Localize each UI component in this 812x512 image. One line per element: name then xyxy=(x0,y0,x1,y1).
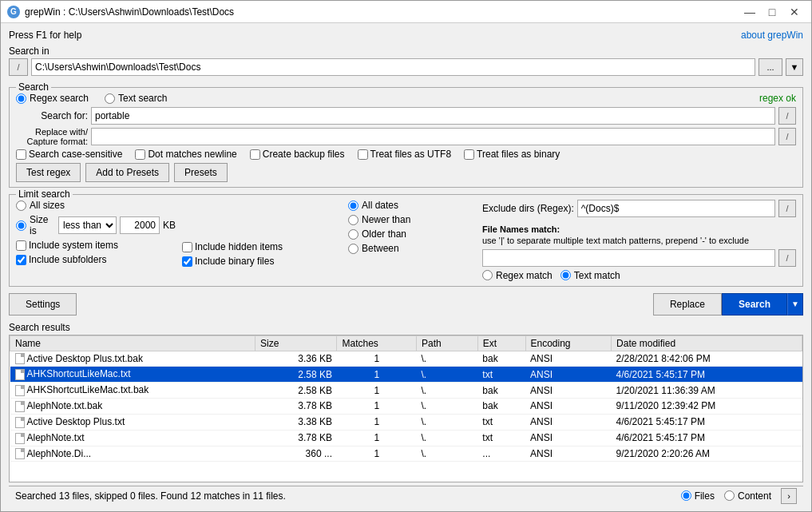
regex-radio-text: Regex search xyxy=(30,93,89,104)
settings-action-row: Settings Replace Search ▼ xyxy=(9,293,803,316)
file-names-slash-btn[interactable]: / xyxy=(778,249,796,267)
content-radio-label[interactable]: Content xyxy=(724,490,771,502)
regex-match-radio[interactable] xyxy=(482,270,493,280)
table-row[interactable]: AHKShortcutLikeMac.txt2.58 KB1\.txtANSI4… xyxy=(10,367,802,383)
col-header-size: Size xyxy=(255,335,337,351)
regex-radio[interactable] xyxy=(16,93,26,104)
settings-button[interactable]: Settings xyxy=(9,293,77,316)
backup-files-label[interactable]: Create backup files xyxy=(250,149,345,160)
regex-radio-label[interactable]: Regex search xyxy=(16,93,89,104)
size-is-row: Size is less than KB xyxy=(16,214,176,236)
file-names-input[interactable] xyxy=(482,249,775,267)
utf8-text: Treat files as UTF8 xyxy=(370,149,452,160)
binary-label[interactable]: Treat files as binary xyxy=(464,149,560,160)
backup-files-checkbox[interactable] xyxy=(250,149,260,160)
next-button[interactable]: › xyxy=(781,488,797,504)
case-sensitive-label[interactable]: Search case-sensitive xyxy=(16,149,122,160)
search-for-input[interactable] xyxy=(91,107,775,125)
main-content: Press F1 for help about grepWin Search i… xyxy=(1,23,811,511)
older-than-label[interactable]: Older than xyxy=(348,228,476,240)
table-row[interactable]: AlephNote.txt3.78 KB1\.txtANSI4/6/2021 5… xyxy=(10,430,802,446)
col-header-encoding: Encoding xyxy=(525,335,612,351)
utf8-checkbox[interactable] xyxy=(358,149,368,160)
cell-date: 1/20/2021 11:36:39 AM xyxy=(612,383,802,399)
cell-matches: 1 xyxy=(337,414,417,430)
table-scroll[interactable]: Name Size Matches Path Ext Encoding Date… xyxy=(10,335,802,482)
include-system-label[interactable]: Include system items xyxy=(16,240,176,251)
cell-size: 3.38 KB xyxy=(255,414,337,430)
text-match-label[interactable]: Text match xyxy=(560,270,620,281)
presets-button[interactable]: Presets xyxy=(174,163,228,182)
include-subfolders-text: Include subfolders xyxy=(29,254,106,265)
table-row[interactable]: AHKShortcutLikeMac.txt.bak2.58 KB1\.bakA… xyxy=(10,383,802,399)
limit-content: All sizes Size is less than KB xyxy=(16,200,796,281)
status-radio-group: Files Content › xyxy=(681,488,797,504)
binary-checkbox[interactable] xyxy=(464,149,474,160)
newer-than-label[interactable]: Newer than xyxy=(348,214,476,225)
search-button[interactable]: Search xyxy=(722,293,787,316)
cell-size: 3.78 KB xyxy=(255,430,337,446)
regex-match-label[interactable]: Regex match xyxy=(482,270,553,281)
text-match-radio[interactable] xyxy=(560,270,571,280)
close-button[interactable]: ✕ xyxy=(784,4,805,20)
replace-button[interactable]: Replace xyxy=(653,293,722,316)
maximize-button[interactable]: □ xyxy=(762,4,782,20)
case-sensitive-checkbox[interactable] xyxy=(16,149,26,160)
include-subfolders-label[interactable]: Include subfolders xyxy=(16,254,176,265)
all-sizes-radio[interactable] xyxy=(16,200,26,211)
size-value-input[interactable] xyxy=(120,216,160,234)
include-system-checkbox[interactable] xyxy=(16,240,26,251)
table-header: Name Size Matches Path Ext Encoding Date… xyxy=(10,335,802,351)
files-radio-label[interactable]: Files xyxy=(681,490,715,502)
size-is-radio[interactable] xyxy=(16,220,26,231)
include-hidden-checkbox[interactable] xyxy=(182,242,192,252)
regex-match-text: Regex match xyxy=(496,270,553,281)
all-dates-label[interactable]: All dates xyxy=(348,200,476,211)
text-radio[interactable] xyxy=(105,93,115,104)
add-presets-button[interactable]: Add to Presets xyxy=(85,163,169,182)
cell-path: \. xyxy=(417,367,478,383)
include-system-text: Include system items xyxy=(29,240,118,251)
text-radio-text: Text search xyxy=(118,93,167,104)
files-radio[interactable] xyxy=(681,490,691,501)
table-row[interactable]: AlephNote.Di...360 ...1\....ANSI9/21/202… xyxy=(10,446,802,462)
cell-matches: 1 xyxy=(337,430,417,446)
include-binary-checkbox[interactable] xyxy=(182,256,192,267)
between-radio[interactable] xyxy=(348,244,358,254)
replace-slash-btn[interactable]: / xyxy=(778,128,796,145)
path-dropdown-button[interactable]: ▼ xyxy=(786,58,803,76)
exclude-dirs-row: Exclude dirs (Regex): / xyxy=(482,200,796,217)
include-binary-label[interactable]: Include binary files xyxy=(182,256,342,267)
test-regex-button[interactable]: Test regex xyxy=(16,163,81,182)
all-sizes-label[interactable]: All sizes xyxy=(16,200,176,211)
include-subfolders-checkbox[interactable] xyxy=(16,255,26,265)
table-row[interactable]: Active Desktop Plus.txt3.38 KB1\.txtANSI… xyxy=(10,414,802,430)
minimize-button[interactable]: — xyxy=(739,4,760,20)
all-dates-radio[interactable] xyxy=(348,200,358,211)
browse-button[interactable]: ... xyxy=(759,58,782,76)
text-radio-label[interactable]: Text search xyxy=(105,93,167,104)
content-radio[interactable] xyxy=(724,490,735,501)
size-is-label[interactable]: Size is xyxy=(16,214,55,236)
search-dropdown-button[interactable]: ▼ xyxy=(787,293,803,316)
dot-newline-checkbox[interactable] xyxy=(135,149,145,160)
exclude-dirs-input[interactable] xyxy=(577,200,775,217)
col-header-path: Path xyxy=(417,335,478,351)
file-names-note: use '|' to separate multiple text match … xyxy=(482,236,749,245)
utf8-label[interactable]: Treat files as UTF8 xyxy=(358,149,452,160)
newer-than-radio[interactable] xyxy=(348,215,358,225)
older-than-radio[interactable] xyxy=(348,229,358,240)
table-row[interactable]: AlephNote.txt.bak3.78 KB1\.bakANSI9/11/2… xyxy=(10,399,802,415)
search-slash-btn[interactable]: / xyxy=(778,107,796,125)
replace-input[interactable] xyxy=(91,128,775,145)
between-label[interactable]: Between xyxy=(348,243,476,254)
search-path-input[interactable] xyxy=(31,58,755,76)
table-row[interactable]: Active Desktop Plus.txt.bak3.36 KB1\.bak… xyxy=(10,351,802,367)
include-hidden-label[interactable]: Include hidden items xyxy=(182,241,342,252)
dot-newline-label[interactable]: Dot matches newline xyxy=(135,149,236,160)
about-link[interactable]: about grepWin xyxy=(741,30,803,41)
size-comparison-select[interactable]: less than xyxy=(58,216,117,234)
col-header-matches: Matches xyxy=(337,335,417,351)
file-names-section: File Names match: use '|' to separate mu… xyxy=(482,224,796,281)
exclude-slash-btn[interactable]: / xyxy=(778,200,796,217)
